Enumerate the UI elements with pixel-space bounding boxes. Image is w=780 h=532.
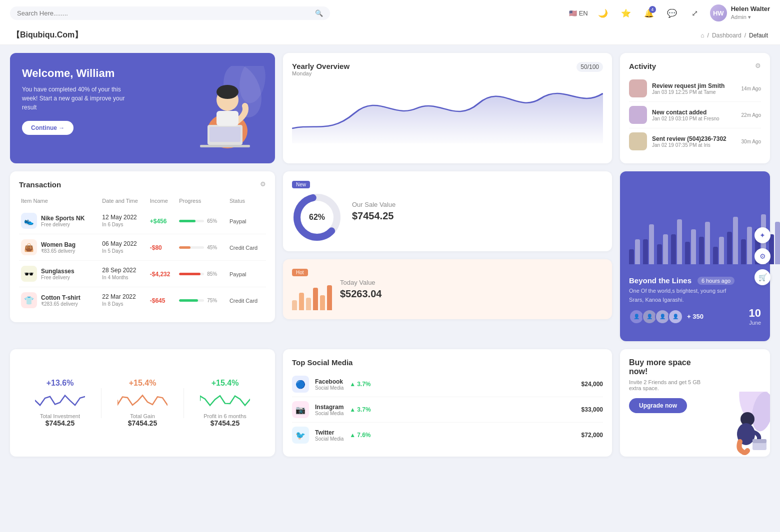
- activity-thumb-1: [629, 106, 647, 124]
- search-icon: 🔍: [315, 9, 323, 17]
- yearly-overview-card: Yearly Overview Monday 50/100: [283, 53, 612, 163]
- activity-settings-icon[interactable]: ⚙: [755, 62, 761, 69]
- activity-item-time-1: 22m Ago: [742, 112, 761, 118]
- bar-group-4: [685, 229, 696, 264]
- bar-group-7: [727, 217, 738, 264]
- beyond-info: Beyond the Lines 6 hours ago One Of the …: [629, 276, 761, 327]
- social-list: 🔵 Facebook Social Media ▲ 3.7% $24,000 📷…: [292, 372, 603, 448]
- item-cell-0: 👟 Nike Sports NK Free delivery: [21, 213, 98, 229]
- upgrade-button[interactable]: Upgrade now: [629, 398, 687, 413]
- stat-pct-2: +15.4%: [184, 379, 266, 388]
- activity-item: Review request jim Smith Jan 03 19 12:25…: [629, 75, 761, 102]
- stat-value-2: $7454.25: [184, 419, 266, 427]
- item-name-1: Women Bag: [41, 241, 76, 248]
- chat-button[interactable]: 💬: [664, 5, 680, 21]
- magic-icon-btn[interactable]: ✦: [754, 227, 770, 243]
- hot-badge: Hot: [292, 269, 308, 276]
- yearly-subtitle: Monday: [292, 70, 350, 76]
- row-2: Transaction ⚙ Item Name Date and Time In…: [10, 171, 770, 341]
- social-name-2: Twitter: [315, 429, 344, 436]
- activity-item-sub-0: Jan 03 19 12:25 PM at Tame: [652, 89, 736, 95]
- table-row: 👕 Cotton T-shirt ₹283.65 delivery 22 Mar…: [19, 287, 266, 314]
- table-row: 👜 Women Bag ₹83.65 delivery 06 May 2022 …: [19, 234, 266, 261]
- bar-dark-0: [629, 249, 634, 264]
- activity-item-time-0: 14m Ago: [742, 86, 761, 91]
- transaction-title: Transaction: [19, 180, 61, 189]
- progress-fill-0: [179, 220, 196, 222]
- stat-item-1: +15.4% Total Gain $7454.25: [102, 379, 184, 427]
- bar-group-10: [769, 222, 780, 264]
- avatar-4: 👤: [668, 309, 683, 324]
- social-title: Top Social Media: [292, 358, 603, 367]
- activity-thumb-0: [629, 79, 647, 97]
- search-bar[interactable]: 🔍: [10, 6, 330, 20]
- bar-group-3: [671, 219, 682, 264]
- social-type-1: Social Media: [315, 411, 344, 416]
- social-amount-2: $72,000: [582, 432, 603, 439]
- language-selector[interactable]: 🇺🇸 EN: [569, 9, 588, 17]
- activity-item-title-1: New contact added: [652, 109, 736, 116]
- yearly-title: Yearly Overview: [292, 62, 350, 70]
- fullscreen-button[interactable]: ⤢: [687, 5, 703, 21]
- new-badge: New: [292, 181, 310, 188]
- upgrade-content: Buy more space now! Invite 2 Friends and…: [629, 358, 708, 413]
- social-growth-1: ▲ 3.7%: [350, 406, 370, 413]
- social-amount-0: $24,000: [582, 381, 603, 388]
- item-sub-1: ₹83.65 delivery: [41, 248, 76, 254]
- bar-col-1: [643, 224, 654, 264]
- stats-card: +13.6% Total Investment $7454.25 +15.4% …: [10, 349, 275, 457]
- star-button[interactable]: ⭐: [618, 5, 634, 21]
- item-cell-2: 🕶️ Sunglasses Free delivery: [21, 266, 98, 282]
- transaction-settings-icon[interactable]: ⚙: [260, 180, 266, 188]
- activity-thumb-2: [629, 132, 647, 150]
- today-bar-chart: [292, 280, 332, 310]
- bar-dark-6: [713, 247, 718, 264]
- bar-light-0: [635, 239, 640, 264]
- sparkline-2: [200, 392, 250, 409]
- breadcrumb: ⌂ / Dashboard / Default: [700, 32, 768, 39]
- date-sub-0: In 6 Days: [102, 221, 146, 228]
- bar-dark-4: [685, 242, 690, 264]
- dark-mode-toggle[interactable]: 🌙: [595, 5, 611, 21]
- item-cell-3: 👕 Cotton T-shirt ₹283.65 delivery: [21, 292, 98, 308]
- beyond-time: 6 hours ago: [698, 277, 734, 285]
- progress-bar-0: [179, 220, 204, 222]
- activity-item-sub-2: Jan 02 19 07:35 PM at Iris: [652, 142, 736, 148]
- pct-label-3: 75%: [207, 298, 217, 303]
- home-icon[interactable]: ⌂: [700, 32, 704, 39]
- bar-light-4: [691, 229, 696, 264]
- user-profile[interactable]: HW Helen Walter Admin ▾: [710, 4, 770, 21]
- svg-rect-6: [210, 127, 240, 142]
- nav-icons: 🇺🇸 EN 🌙 ⭐ 🔔 4 💬 ⤢ HW Helen Walter Admin …: [569, 4, 770, 21]
- sale-value-card: New 62% Our Sale Value $7454.25: [283, 171, 612, 251]
- welcome-card: Welcome, William You have completed 40% …: [10, 53, 275, 163]
- date-main-3: 22 Mar 2022: [102, 293, 146, 301]
- bar-dark-3: [671, 234, 676, 264]
- settings-icon-btn[interactable]: ⚙: [754, 248, 770, 264]
- notifications-button[interactable]: 🔔 4: [641, 5, 657, 21]
- social-media-card: Top Social Media 🔵 Facebook Social Media…: [283, 349, 612, 457]
- stat-item-0: +13.6% Total Investment $7454.25: [19, 379, 101, 427]
- activity-item-time-2: 30m Ago: [742, 139, 761, 144]
- welcome-illustration: [170, 53, 270, 163]
- date-main-0: 12 May 2022: [102, 213, 146, 222]
- income-1: -$80: [150, 244, 162, 251]
- yearly-chart: [292, 78, 603, 143]
- cart-icon-btn[interactable]: 🛒: [754, 269, 770, 285]
- character-svg: [172, 66, 268, 151]
- search-input[interactable]: [17, 9, 311, 17]
- upgrade-card: Buy more space now! Invite 2 Friends and…: [620, 349, 770, 457]
- progress-fill-1: [179, 246, 190, 249]
- bar-group-6: [713, 237, 724, 264]
- col-status: Status: [228, 194, 266, 208]
- status-0: Paypal: [230, 218, 246, 224]
- social-name-0: Facebook: [315, 378, 344, 385]
- item-sub-2: Free delivery: [41, 275, 74, 280]
- bar-chart-area: [629, 180, 761, 270]
- stat-pct-0: +13.6%: [19, 379, 101, 388]
- activity-body-1: New contact added Jan 02 19 03:10 PM at …: [652, 109, 736, 121]
- activity-body-0: Review request jim Smith Jan 03 19 12:25…: [652, 82, 736, 95]
- transaction-body: 👟 Nike Sports NK Free delivery 12 May 20…: [19, 208, 266, 313]
- continue-button[interactable]: Continue →: [22, 121, 74, 135]
- item-name-2: Sunglasses: [41, 268, 74, 275]
